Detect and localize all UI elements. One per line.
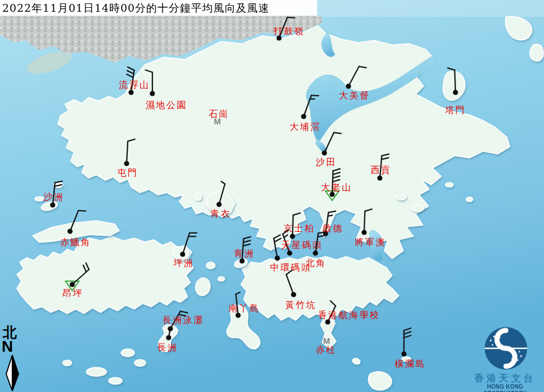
hko-logo-icon xyxy=(466,326,544,370)
station-dot xyxy=(346,83,351,88)
station-label: 打鼓嶺 xyxy=(273,26,305,36)
station-label: 石崗 xyxy=(209,109,230,119)
hko-logo-chinese: 香港天文台 xyxy=(466,373,544,384)
station-label: 橫瀾島 xyxy=(394,358,426,369)
station-dot xyxy=(180,251,185,256)
wind-map-page: 打鼓嶺流浮山濕地公園M石崗大美督塔門大埔滘沙田屯門西貢沙洲大老山青衣赤鱲角京士柏… xyxy=(0,0,544,392)
station-label: 沙田 xyxy=(316,157,337,167)
station-dot xyxy=(239,258,244,263)
station-dot xyxy=(150,91,155,96)
wind-barb-tick xyxy=(78,211,86,211)
station-dot xyxy=(291,292,296,297)
hko-logo: 香港天文台 HONG KONG OBSERVATORY xyxy=(466,326,544,392)
station-label: 赤鱲角 xyxy=(60,237,91,248)
station-dot xyxy=(128,90,133,95)
wind-barb-shaft xyxy=(455,70,455,92)
station-label: 流浮山 xyxy=(119,80,150,90)
station-label: 昂坪 xyxy=(63,288,83,298)
station-dot xyxy=(50,202,55,207)
station-label: 屯門 xyxy=(118,167,138,178)
station-label: 長洲泳灘 xyxy=(162,315,204,325)
land-ma-wan xyxy=(195,193,202,200)
station-label: 黃竹坑 xyxy=(285,300,317,310)
station-dot xyxy=(290,234,295,239)
compass-north-letter: N xyxy=(2,339,26,354)
station-dot xyxy=(166,335,171,340)
station-label: 塔門 xyxy=(445,105,466,115)
station-label: 南丫島 xyxy=(229,303,260,314)
station-dot xyxy=(361,230,366,235)
wind-barb-tick xyxy=(334,133,341,134)
station-label: 大埔滘 xyxy=(290,122,321,132)
north-arrow-icon xyxy=(1,354,24,392)
map-title: 2022年11月01日14時00分的十分鐘平均風向及風速 xyxy=(0,0,317,16)
station-label: 西貢 xyxy=(371,165,392,175)
station-dot xyxy=(69,282,75,287)
map-canvas: 打鼓嶺流浮山濕地公園M石崗大美督塔門大埔滘沙田屯門西貢沙洲大老山青衣赤鱲角京士柏… xyxy=(0,0,544,392)
station-label: 將軍澳 xyxy=(355,237,386,248)
station-label: 香港航海學校 xyxy=(318,310,380,320)
wind-barb-shaft xyxy=(364,211,365,232)
station-label: 青衣 xyxy=(211,208,231,219)
station-label: 坪洲 xyxy=(174,258,194,268)
wind-barb-tick xyxy=(328,215,332,216)
station-label: 京士柏 xyxy=(283,223,315,234)
station-dot xyxy=(313,250,318,255)
station-dot xyxy=(216,202,221,207)
station-label: 大美督 xyxy=(339,90,370,101)
station-dot xyxy=(275,255,280,260)
station-dot xyxy=(67,228,72,234)
station-label: 濕地公園 xyxy=(146,100,187,110)
station-label: 長洲 xyxy=(157,342,178,353)
station-dot xyxy=(287,250,292,255)
station-label: 青洲 xyxy=(234,248,255,259)
station-label: 沙洲 xyxy=(44,192,64,202)
station-dot xyxy=(377,175,382,180)
station-label: 北角 xyxy=(306,258,327,268)
wind-barb-tick xyxy=(287,17,295,18)
station-dot xyxy=(322,150,327,155)
station-label: 大老山 xyxy=(321,182,352,193)
station-label: 赤柱 xyxy=(316,344,337,355)
station-dot xyxy=(401,351,406,356)
north-compass: 北 N xyxy=(1,325,26,392)
station-dot xyxy=(301,114,306,119)
hko-logo-english: HONG KONG OBSERVATORY xyxy=(466,384,544,392)
station-dot xyxy=(124,161,129,166)
station-dot xyxy=(453,90,458,95)
